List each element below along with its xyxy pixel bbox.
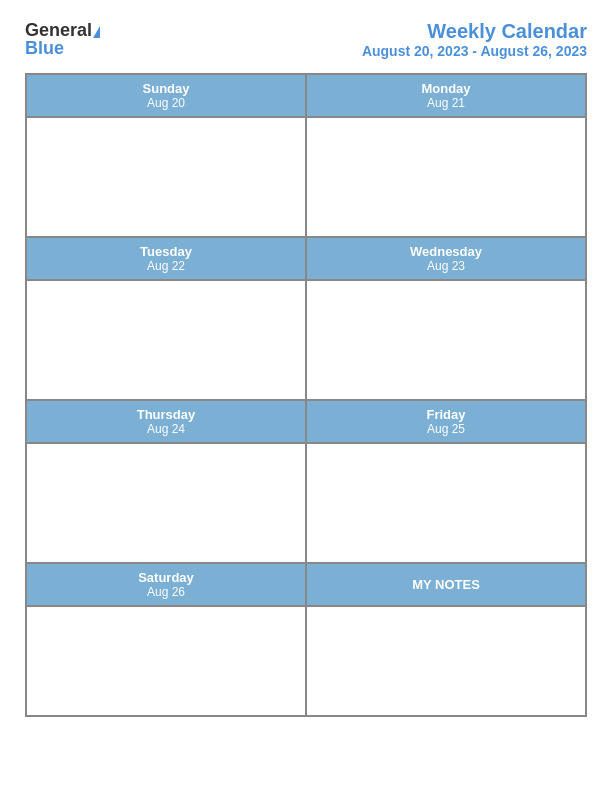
saturday-header: Saturday Aug 26 [26,563,306,606]
calendar-content-row-1 [26,117,586,237]
calendar-content-row-2 [26,280,586,400]
thursday-date: Aug 24 [31,422,301,436]
thursday-header: Thursday Aug 24 [26,400,306,443]
monday-name: Monday [311,81,581,96]
header-right: Weekly Calendar August 20, 2023 - August… [362,20,587,59]
header: General Blue Weekly Calendar August 20, … [25,20,587,59]
tuesday-name: Tuesday [31,244,301,259]
calendar-row-4: Saturday Aug 26 MY NOTES [26,563,586,606]
monday-content[interactable] [306,117,586,237]
friday-header: Friday Aug 25 [306,400,586,443]
calendar-grid: Sunday Aug 20 Monday Aug 21 Tuesday Aug … [25,73,587,717]
sunday-content[interactable] [26,117,306,237]
friday-name: Friday [311,407,581,422]
sunday-date: Aug 20 [31,96,301,110]
friday-date: Aug 25 [311,422,581,436]
wednesday-content[interactable] [306,280,586,400]
sunday-header: Sunday Aug 20 [26,74,306,117]
monday-date: Aug 21 [311,96,581,110]
wednesday-name: Wednesday [311,244,581,259]
tuesday-header: Tuesday Aug 22 [26,237,306,280]
saturday-content[interactable] [26,606,306,716]
my-notes-label: MY NOTES [412,577,480,592]
wednesday-header: Wednesday Aug 23 [306,237,586,280]
sunday-name: Sunday [31,81,301,96]
wednesday-date: Aug 23 [311,259,581,273]
date-range: August 20, 2023 - August 26, 2023 [362,43,587,59]
calendar-row-2: Tuesday Aug 22 Wednesday Aug 23 [26,237,586,280]
calendar-row-1: Sunday Aug 20 Monday Aug 21 [26,74,586,117]
logo-general-text: General [25,21,92,39]
tuesday-date: Aug 22 [31,259,301,273]
calendar-content-row-3 [26,443,586,563]
my-notes-header: MY NOTES [306,563,586,606]
page: General Blue Weekly Calendar August 20, … [0,0,612,792]
logo-triangle-icon [93,26,100,38]
logo-blue-text: Blue [25,38,64,58]
friday-content[interactable] [306,443,586,563]
calendar-content-row-4 [26,606,586,716]
calendar-row-3: Thursday Aug 24 Friday Aug 25 [26,400,586,443]
saturday-date: Aug 26 [31,585,301,599]
tuesday-content[interactable] [26,280,306,400]
notes-content[interactable] [306,606,586,716]
thursday-content[interactable] [26,443,306,563]
calendar-title: Weekly Calendar [362,20,587,43]
thursday-name: Thursday [31,407,301,422]
monday-header: Monday Aug 21 [306,74,586,117]
logo: General Blue [25,21,100,58]
saturday-name: Saturday [31,570,301,585]
